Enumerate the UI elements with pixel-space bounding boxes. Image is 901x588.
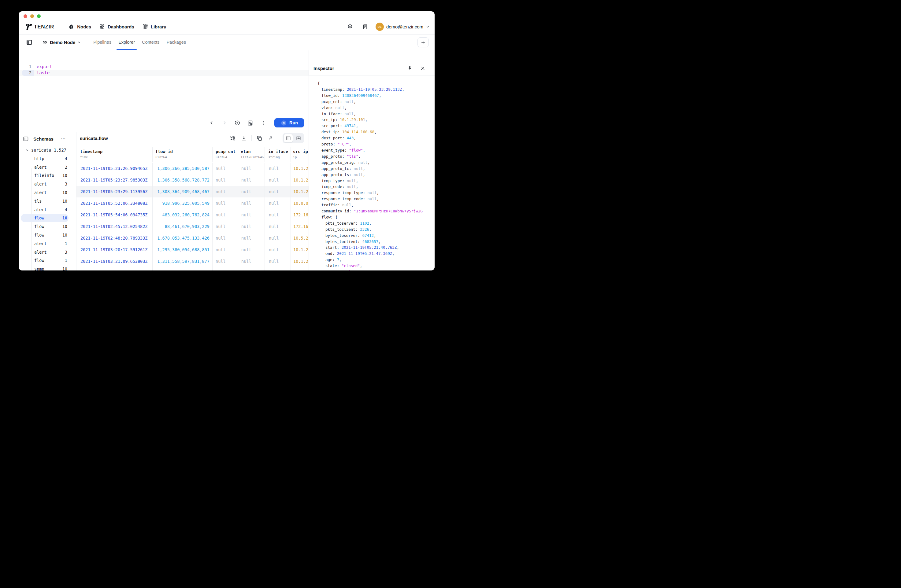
account-menu[interactable]: DE demo@tenzir.com <box>376 23 430 31</box>
discord-icon[interactable] <box>346 22 355 31</box>
cell-pcap_cnt: null <box>212 198 238 209</box>
docs-icon[interactable] <box>360 22 370 31</box>
json-line: age: 7, <box>318 257 435 263</box>
tenzir-mark-icon <box>25 23 32 30</box>
json-line: icmp_code: null, <box>318 184 435 190</box>
table-row[interactable]: 2021-11-19T05:23:26.909465Z1,306,366,385… <box>76 163 309 174</box>
schema-item-alert[interactable]: alert3 <box>19 248 76 257</box>
cell-in_iface: null <box>265 209 290 221</box>
schema-item-alert[interactable]: alert3 <box>19 180 76 188</box>
json-line: dest_ip: 104.114.160.68, <box>318 129 435 135</box>
code-search-icon[interactable] <box>247 120 253 126</box>
table-row[interactable]: 2021-11-19T03:21:09.653803Z1,311,558,597… <box>76 255 309 267</box>
results-table-panel: suricata.flow <box>76 132 309 271</box>
node-name: Demo Node <box>50 40 75 45</box>
add-to-dashboard-icon[interactable] <box>229 135 236 142</box>
json-line: flow_id: 1308364909468467, <box>318 93 435 99</box>
sidebar-toggle-button[interactable] <box>25 37 34 47</box>
history-forward-button[interactable] <box>221 120 228 126</box>
schema-item-flow[interactable]: flow10 <box>19 214 76 222</box>
schema-item-name: alert <box>34 207 47 212</box>
cell-timestamp: 2021-11-19T05:23:27.985303Z <box>76 174 152 186</box>
copy-results-icon[interactable] <box>256 135 263 142</box>
nav-item-label: Library <box>151 24 166 30</box>
cell-in_iface: null <box>265 174 290 186</box>
schema-group-suricata[interactable]: suricata 1,527 <box>19 146 76 154</box>
tab-label: Packages <box>166 40 186 45</box>
cell-vlan: null <box>238 267 265 271</box>
schemas-menu-icon[interactable]: ⋯ <box>61 136 66 142</box>
table-row[interactable]: 2021-11-19T03:21:09.901951Z1,331,563,830… <box>76 267 309 271</box>
table-row[interactable]: 2021-11-19T02:48:20.789333Z1,678,053,475… <box>76 232 309 244</box>
grid-header: timestamptime flow_iduint64 pcap_cntuint… <box>76 147 309 162</box>
schema-item-http[interactable]: http4 <box>19 154 76 163</box>
tab-packages[interactable]: Packages <box>165 34 188 50</box>
schema-item-alert[interactable]: alert10 <box>19 188 76 197</box>
query-history-icon[interactable] <box>234 120 240 126</box>
tab-explorer[interactable]: Explorer <box>117 34 137 50</box>
add-pipeline-button[interactable] <box>418 37 429 47</box>
cell-src_ip: 10.1.2 <box>290 174 309 186</box>
tab-pipelines[interactable]: Pipelines <box>92 34 113 50</box>
schema-item-name: alert <box>34 241 47 246</box>
view-mode-switcher <box>282 133 304 143</box>
table-view-button[interactable] <box>284 134 293 142</box>
cell-in_iface: null <box>265 232 290 244</box>
table-row[interactable]: 2021-11-19T05:54:06.094735Z483,032,260,7… <box>76 209 309 221</box>
more-options-icon[interactable] <box>260 120 266 126</box>
run-button[interactable]: Run <box>274 118 304 128</box>
schema-item-flow[interactable]: flow10 <box>19 222 76 231</box>
link-icon <box>42 39 48 45</box>
table-row[interactable]: 2021-11-19T05:52:06.334808Z918,996,325,0… <box>76 198 309 209</box>
schema-item-alert[interactable]: alert1 <box>19 239 76 248</box>
expand-icon[interactable] <box>267 135 274 142</box>
json-line: response_icmp_type: null, <box>318 190 435 196</box>
cell-pcap_cnt: null <box>212 209 238 221</box>
tenzir-logo[interactable]: TENZIR <box>25 23 54 30</box>
schema-group-name: suricata <box>31 148 51 152</box>
cell-vlan: null <box>238 255 265 267</box>
close-icon[interactable] <box>419 65 426 72</box>
topnav-right: DE demo@tenzir.com <box>346 22 430 31</box>
cell-in_iface: null <box>265 244 290 255</box>
chart-view-button[interactable] <box>294 134 303 142</box>
schema-item-snmp[interactable]: snmp10 <box>19 264 76 271</box>
table-row[interactable]: 2021-11-19T05:23:29.113956Z1,308,364,909… <box>76 186 309 198</box>
nav-item-dashboards[interactable]: Dashboards <box>95 22 138 32</box>
schema-item-flow[interactable]: flow10 <box>19 231 76 239</box>
panel-collapse-icon[interactable] <box>22 135 30 142</box>
node-selector[interactable]: Demo Node <box>42 39 81 45</box>
cell-src_ip: 10.5.2 <box>290 232 309 244</box>
schema-item-count: 10 <box>62 224 67 229</box>
schema-item-count: 1 <box>65 258 67 263</box>
download-icon[interactable] <box>240 135 247 142</box>
window-close-button[interactable] <box>23 14 27 18</box>
table-row[interactable]: 2021-11-19T03:20:17.591261Z1,295,380,054… <box>76 244 309 255</box>
tab-contexts[interactable]: Contexts <box>140 34 161 50</box>
history-back-button[interactable] <box>209 120 215 126</box>
window-minimize-button[interactable] <box>30 14 34 18</box>
schema-item-flow[interactable]: flow1 <box>19 257 76 265</box>
cell-flow_id: 1,311,558,597,831,877 <box>152 255 212 267</box>
cell-timestamp: 2021-11-19T03:20:17.591261Z <box>76 244 152 255</box>
schema-item-alert[interactable]: alert2 <box>19 163 76 171</box>
pin-icon[interactable] <box>407 65 413 72</box>
schema-item-fileinfo[interactable]: fileinfo10 <box>19 171 76 180</box>
table-row[interactable]: 2021-11-19T05:23:27.985303Z1,306,358,568… <box>76 174 309 186</box>
schema-item-name: alert <box>34 165 47 170</box>
window-zoom-button[interactable] <box>37 14 41 18</box>
schema-item-alert[interactable]: alert4 <box>19 205 76 214</box>
results-region: Schemas ⋯ suricata 1,527 <box>19 132 309 271</box>
nav-item-nodes[interactable]: Nodes <box>64 22 95 32</box>
main-area: 1 export 2 taste <box>19 50 435 271</box>
table-row[interactable]: 2021-11-19T02:45:12.025482Z88,461,670,90… <box>76 221 309 232</box>
results-grid: timestamptime flow_iduint64 pcap_cntuint… <box>76 147 309 271</box>
cell-flow_id: 483,032,260,762,824 <box>152 209 212 221</box>
schema-item-tls[interactable]: tls10 <box>19 197 76 205</box>
schema-item-count: 10 <box>62 173 67 178</box>
tab-label: Contexts <box>142 40 159 45</box>
nav-item-label: Dashboards <box>108 24 134 30</box>
nav-item-library[interactable]: Library <box>138 22 170 32</box>
top-navigation: TENZIR Nodes Dashboards <box>19 11 435 34</box>
cell-src_ip: 10.1.2 <box>290 163 309 174</box>
